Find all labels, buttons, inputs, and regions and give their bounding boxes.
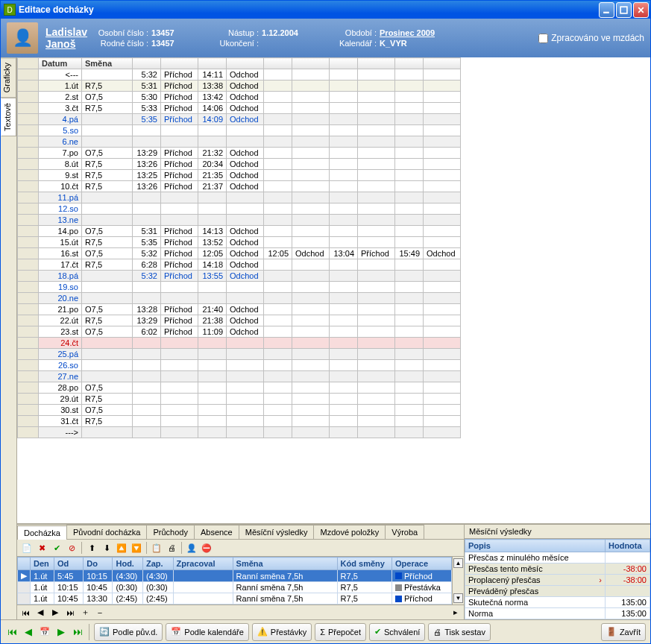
podle-kalendare-button[interactable]: 📅Podle kalendáře — [166, 623, 249, 641]
table-row[interactable]: 16.stO7,55:32Příchod12:05Odchod12:05Odch… — [18, 248, 461, 259]
results-grid[interactable]: Popis Hodnota Přesčas z minulého měsíceP… — [465, 539, 650, 619]
tab-vyroba[interactable]: Výroba — [385, 525, 424, 539]
sg-col-zpracoval[interactable]: Zpracoval — [173, 558, 233, 570]
nav-next-icon[interactable]: ▶ — [48, 606, 63, 619]
tab-mesicni[interactable]: Měsíční výsledky — [239, 525, 315, 539]
tisk-sestav-button[interactable]: 🖨Tisk sestav — [428, 623, 491, 641]
sg-col-hod[interactable]: Hod. — [113, 558, 143, 570]
down-icon[interactable]: ⬇ — [100, 541, 113, 555]
approve-user-icon[interactable]: 👤 — [185, 541, 198, 555]
table-row[interactable]: 10.čtR7,513:26Příchod21:37Odchod — [18, 181, 461, 192]
result-row[interactable]: Skutečná norma135:00 — [465, 597, 650, 608]
table-row[interactable]: 3.čtR7,55:33Příchod14:06Odchod — [18, 103, 461, 114]
scroll-down-icon[interactable]: ▼ — [453, 593, 463, 603]
up-icon[interactable]: ⬆ — [85, 541, 98, 555]
sg-col-do[interactable]: Do — [84, 558, 113, 570]
sg-col-zap[interactable]: Zap. — [143, 558, 174, 570]
print-icon[interactable]: 🖨 — [165, 541, 178, 555]
cancel-icon[interactable]: ⊘ — [65, 541, 78, 555]
nav-add-icon[interactable]: ＋ — [78, 606, 92, 619]
sidetab-textove[interactable]: Textově — [1, 98, 16, 136]
prestavky-button[interactable]: ⚠️Přestávky — [252, 623, 312, 641]
col-smena[interactable]: Směna — [82, 58, 133, 69]
minimize-button[interactable] — [599, 2, 614, 18]
nav-first-icon[interactable]: ⏮ — [18, 606, 33, 619]
employee-name-link[interactable]: Ladislav Janoš — [45, 26, 87, 50]
table-row[interactable]: 29.útR7,5 — [18, 394, 461, 405]
table-row[interactable]: 4.pá5:35Příchod14:09Odchod — [18, 114, 461, 125]
res-col-hodnota[interactable]: Hodnota — [606, 540, 650, 552]
table-row[interactable]: <---5:32Příchod14:11Odchod — [18, 69, 461, 80]
main-grid[interactable]: Datum Směna <---5:32Příchod14:11Odchod1.… — [17, 57, 650, 524]
result-row[interactable]: Přesčas z minulého měsíce — [465, 552, 650, 564]
table-row[interactable]: 30.stO7,5 — [18, 405, 461, 416]
prev-month-icon[interactable]: ◀ — [22, 625, 35, 639]
subgrid-row[interactable]: 1.út10:4513:30(2:45)(2:45)Ranní směna 7,… — [18, 593, 452, 604]
table-row[interactable]: 17.čtR7,56:28Příchod14:18Odchod — [18, 259, 461, 271]
table-row[interactable]: 20.ne — [18, 293, 461, 304]
delete-record-icon[interactable]: ✖ — [35, 541, 48, 555]
table-row[interactable]: 5.so — [18, 125, 461, 136]
subgrid-row[interactable]: ▶1.út5:4510:15(4:30)(4:30)Ranní směna 7,… — [18, 570, 452, 582]
table-row[interactable]: 8.útR7,513:26Příchod20:34Odchod — [18, 159, 461, 170]
table-row[interactable]: 9.stR7,513:25Příchod21:35Odchod — [18, 170, 461, 181]
calendar-icon[interactable]: 📅 — [38, 625, 51, 639]
col-datum[interactable]: Datum — [39, 58, 82, 69]
prepocet-button[interactable]: ΣPřepočet — [315, 623, 366, 641]
zavrit-button[interactable]: 🚪Zavřít — [601, 623, 646, 641]
next-month-icon[interactable]: ▶ — [54, 625, 68, 639]
table-row[interactable]: 25.pá — [18, 349, 461, 360]
scroll-up-icon[interactable]: ▲ — [453, 558, 463, 568]
result-row[interactable]: Přesčas tento měsíc-38:00 — [465, 564, 650, 575]
edit-down-icon[interactable]: 🔽 — [130, 541, 143, 555]
table-row[interactable]: 13.ne — [18, 215, 461, 226]
filter-icon[interactable]: 📋 — [150, 541, 163, 555]
sg-col-operace[interactable]: Operace — [392, 558, 452, 570]
table-row[interactable]: 19.so — [18, 282, 461, 293]
obdobi-link[interactable]: Prosinec 2009 — [380, 28, 435, 37]
table-row[interactable]: 1.útR7,55:31Příchod13:38Odchod — [18, 80, 461, 92]
nav-last-icon[interactable]: ⏭ — [63, 606, 78, 619]
table-row[interactable]: 31.čtR7,5 — [18, 416, 461, 427]
tab-pruchody[interactable]: Průchody — [146, 525, 194, 539]
table-row[interactable]: 2.stO7,55:30Příchod13:42Odchod — [18, 92, 461, 103]
table-row[interactable]: 18.pá5:32Příchod13:55Odchod — [18, 271, 461, 282]
schvaleni-button[interactable]: ✔Schválení — [369, 623, 425, 641]
sg-col-od[interactable]: Od — [54, 558, 83, 570]
tab-mzdove[interactable]: Mzdové položky — [313, 525, 386, 539]
edit-up-icon[interactable]: 🔼 — [115, 541, 128, 555]
table-row[interactable]: 7.poO7,513:29Příchod21:32Odchod — [18, 148, 461, 159]
maximize-button[interactable] — [616, 2, 632, 18]
table-row[interactable]: 14.poO7,55:31Příchod14:13Odchod — [18, 226, 461, 237]
table-row[interactable]: 27.ne — [18, 371, 461, 382]
new-record-icon[interactable]: 📄 — [20, 541, 34, 555]
confirm-icon[interactable]: ✔ — [50, 541, 63, 555]
sg-col-kod[interactable]: Kód směny — [337, 558, 391, 570]
sg-col-smena[interactable]: Směna — [233, 558, 337, 570]
table-row[interactable]: 6.ne — [18, 136, 461, 148]
last-month-icon[interactable]: ⏭ — [71, 625, 84, 639]
table-row[interactable]: 21.poO7,513:28Příchod21:40Odchod — [18, 304, 461, 315]
first-month-icon[interactable]: ⏮ — [5, 625, 19, 639]
table-row[interactable]: 28.poO7,5 — [18, 382, 461, 394]
nav-prev-icon[interactable]: ◀ — [33, 606, 48, 619]
res-col-popis[interactable]: Popis — [465, 540, 606, 552]
subgrid-scrollbar[interactable]: ▲ ▼ — [452, 557, 464, 604]
close-button[interactable] — [633, 2, 649, 18]
table-row[interactable]: ---> — [18, 427, 461, 438]
table-row[interactable]: 26.so — [18, 360, 461, 371]
titlebar[interactable]: D Editace docházky — [1, 1, 650, 19]
subgrid[interactable]: Den Od Do Hod. Zap. Zpracoval Směna Kód … — [17, 557, 452, 604]
tab-dochazka[interactable]: Docházka — [17, 525, 67, 540]
result-row[interactable]: Norma135:00 — [465, 608, 650, 619]
result-row[interactable]: Převáděný přesčas — [465, 586, 650, 597]
sg-col-den[interactable]: Den — [31, 558, 54, 570]
table-row[interactable]: 22.útR7,513:29Příchod21:38Odchod — [18, 315, 461, 326]
table-row[interactable]: 24.čt — [18, 338, 461, 349]
result-row[interactable]: Proplacený přesčas ›-38:00 — [465, 575, 650, 586]
table-row[interactable]: 23.stO7,56:02Příchod11:09Odchod — [18, 326, 461, 338]
table-row[interactable]: 15.útR7,55:35Příchod13:52Odchod — [18, 237, 461, 248]
nav-end-icon[interactable]: ▸ — [448, 606, 463, 619]
zpracovano-checkbox[interactable]: Zpracováno ve mzdách — [538, 33, 644, 43]
tab-absence[interactable]: Absence — [194, 525, 239, 539]
